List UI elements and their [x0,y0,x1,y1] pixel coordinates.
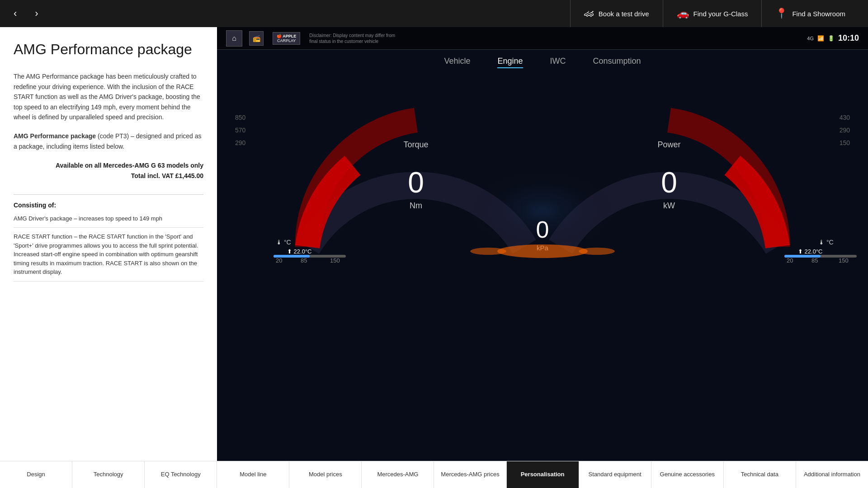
find-g-class-button[interactable]: 🚗 Find your G-Class [663,0,762,27]
tab-engine[interactable]: Engine [497,56,523,68]
gauge-num-430: 430 [840,111,850,124]
next-button[interactable]: › [30,5,42,22]
tab-consumption[interactable]: Consumption [593,56,641,68]
gauge-num-150: 150 [840,136,850,149]
gauges-area: 850 570 290 430 290 150 [217,75,868,265]
nav-item-genuine-accessories[interactable]: Genuine accessories [651,461,724,488]
svg-text:🌡 °C: 🌡 °C [818,239,834,246]
dashboard-display: ⌂ 📻 🍎 APPLE CARPLAY Disclaimer: Display … [217,27,868,461]
svg-text:🌡 °C: 🌡 °C [276,239,291,246]
gauge-num-850: 850 [235,111,245,124]
page-title: AMG Performance package [14,41,203,58]
svg-text:Power: Power [657,140,680,149]
consisting-title: Consisting of: [14,202,203,209]
svg-text:0: 0 [661,166,677,199]
wifi-icon: 📶 [817,35,824,42]
dash-disclaimer: Disclaimer: Display content may differ f… [309,33,400,44]
svg-text:20: 20 [787,257,793,264]
header-right: 🏎 Book a test drive 🚗 Find your G-Class … [570,0,859,27]
svg-rect-13 [274,255,310,258]
nav-item-standard-equipment[interactable]: Standard equipment [579,461,651,488]
availability-line1: Available on all Mercedes-AMG G 63 model… [14,160,203,170]
dash-home-icon: ⌂ [226,30,242,47]
prev-button[interactable]: ‹ [9,5,21,22]
dash-status-right: 4G 📶 🔋 10:10 [807,33,859,43]
svg-text:150: 150 [330,257,340,264]
apple-carplay-icon: 🍎 APPLE CARPLAY [273,32,300,45]
svg-text:⬆ 22.0°C: ⬆ 22.0°C [798,248,823,255]
package-name-bold: AMG Performance package [14,132,96,140]
svg-text:⬆ 22.0°C: ⬆ 22.0°C [287,248,312,255]
dash-top-bar: ⌂ 📻 🍎 APPLE CARPLAY Disclaimer: Display … [217,27,868,50]
nav-item-model-line[interactable]: Model line [217,461,289,488]
svg-text:Torque: Torque [403,140,428,149]
list-item: AMG Driver's package – increases top spe… [14,214,203,228]
nav-item-personalisation[interactable]: Personalisation [507,461,579,488]
svg-point-24 [470,248,506,255]
svg-rect-20 [784,255,821,258]
battery-icon: 🔋 [828,35,835,42]
location-icon: 📍 [775,8,788,19]
nav-item-design[interactable]: Design [0,461,72,488]
apple-carplay-text: 🍎 APPLE [277,34,296,38]
list-item: RACE START function – the RACE START fun… [14,232,203,282]
svg-text:0: 0 [536,216,549,243]
find-showroom-button[interactable]: 📍 Find a Showroom [761,0,859,27]
svg-text:85: 85 [811,257,818,264]
main-content: AMG Performance package The AMG Performa… [0,27,868,461]
dash-tabs: Vehicle Engine IWC Consumption [217,50,868,75]
carplay-text: CARPLAY [277,38,296,43]
dash-radio-icon: 📻 [249,31,264,46]
availability-text: Available on all Mercedes-AMG G 63 model… [14,160,203,181]
svg-text:kW: kW [663,201,675,210]
nav-item-eq-technology[interactable]: EQ Technology [145,461,217,488]
nav-item-mercedes-amg[interactable]: Mercedes-AMG [362,461,434,488]
svg-text:20: 20 [276,257,282,264]
svg-text:0: 0 [408,166,424,199]
tab-iwc[interactable]: IWC [550,56,566,68]
book-test-drive-label: Book a test drive [599,10,649,18]
radio-icon: 📻 [249,31,264,46]
nav-item-mercedes-amg-prices[interactable]: Mercedes-AMG prices [434,461,506,488]
description-text: The AMG Performance package has been met… [14,71,203,122]
dash-time: 10:10 [838,33,859,43]
car-icon: 🚗 [677,8,689,19]
steering-wheel-icon: 🏎 [584,8,594,19]
availability-line2: Total incl. VAT £1,445.00 [14,171,203,181]
tab-vehicle[interactable]: Vehicle [444,56,470,68]
item-1-text: AMG Driver's package – increases top spe… [14,215,162,222]
left-panel: AMG Performance package The AMG Performa… [0,27,217,461]
item-2-text: RACE START function – the RACE START fun… [14,233,198,275]
nav-item-technology[interactable]: Technology [72,461,145,488]
gauge-num-290: 290 [235,136,245,149]
gauge-num-570: 570 [235,124,245,136]
svg-point-25 [579,248,615,255]
svg-text:150: 150 [839,257,849,264]
find-showroom-label: Find a Showroom [792,10,845,18]
svg-point-23 [497,244,588,258]
nav-item-model-prices[interactable]: Model prices [289,461,362,488]
nav-item-technical-data[interactable]: Technical data [724,461,796,488]
consisting-section: Consisting of: AMG Driver's package – in… [14,194,203,282]
gauge-num-290r: 290 [840,124,850,136]
nav-item-additional-information[interactable]: Additional information [796,461,868,488]
book-test-drive-button[interactable]: 🏎 Book a test drive [570,0,663,27]
nav-arrows: ‹ › [9,5,43,22]
signal-4g: 4G [807,36,814,41]
gauge-numbers-left: 850 570 290 [235,111,245,149]
gauge-numbers-right: 430 290 150 [840,111,850,149]
svg-text:85: 85 [301,257,307,264]
right-panel: ⌂ 📻 🍎 APPLE CARPLAY Disclaimer: Display … [217,27,868,461]
bottom-nav: Design Technology EQ Technology Model li… [0,461,868,488]
package-name-text: AMG Performance package (code PT3) – des… [14,131,203,151]
find-g-class-label: Find your G-Class [693,10,748,18]
gauge-svg: Torque Power 0 Nm 0 kW 0 kPa 20 85 150 [217,75,868,265]
header: ‹ › 🏎 Book a test drive 🚗 Find your G-Cl… [0,0,868,27]
svg-text:Nm: Nm [410,201,422,210]
